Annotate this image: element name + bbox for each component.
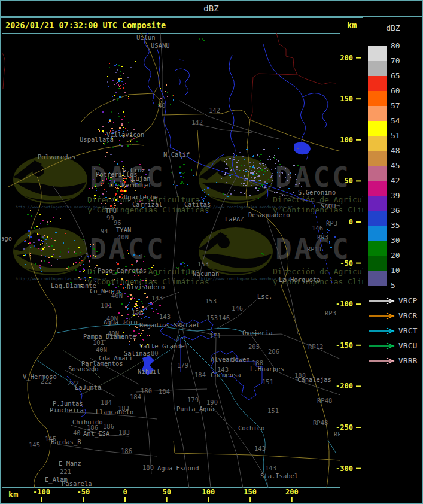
radar-echo: [102, 126, 104, 127]
radar-echo: [75, 253, 77, 254]
radar-echo: [47, 221, 48, 223]
x-axis: -100-50050100150200: [33, 488, 298, 502]
radar-echo: [125, 287, 126, 288]
map-label: Agua_Toro: [104, 318, 138, 326]
radar-echo: [42, 220, 44, 221]
vector-arrow-icon: [369, 343, 394, 349]
radar-echo: [268, 179, 269, 180]
radar-echo: [182, 262, 184, 263]
radar-echo: [293, 165, 295, 166]
radar-echo: [127, 145, 129, 147]
radar-echo: [216, 182, 217, 183]
map-label: Regadios_SRafael: [139, 321, 200, 329]
radar-echo: [114, 181, 115, 183]
radar-echo: [34, 227, 35, 229]
radar-echo: [53, 249, 55, 250]
radar-echo: [90, 272, 92, 273]
map-label: 80: [151, 350, 159, 357]
radar-echo: [114, 279, 115, 280]
radar-echo: [227, 168, 228, 169]
radar-echo: [55, 232, 57, 233]
radar-echo: [123, 73, 124, 74]
radar-echo: [110, 178, 112, 180]
radar-echo: [148, 169, 150, 171]
map-tan-path: [281, 286, 329, 488]
radar-echo: [39, 265, 41, 266]
radar-echo: [244, 175, 245, 177]
radar-echo: [118, 201, 119, 202]
radar-echo: [202, 38, 203, 40]
radar-echo: [78, 277, 80, 278]
radar-echo: [279, 175, 280, 177]
radar-echo: [134, 275, 135, 276]
radar-echo: [226, 163, 227, 165]
radar-echo: [136, 141, 138, 142]
scale-value: 65: [391, 71, 400, 80]
radar-echo: [334, 236, 336, 238]
radar-echo: [300, 168, 301, 169]
map-label: Carrizal: [132, 201, 163, 208]
radar-echo: [102, 194, 103, 195]
radar-echo: [140, 335, 141, 336]
radar-echo: [51, 256, 53, 257]
radar-echo: [127, 250, 128, 251]
map-label: S.Geronimo: [298, 189, 336, 196]
radar-echo: [113, 122, 114, 123]
radar-echo: [136, 301, 138, 302]
radar-echo: [117, 190, 118, 192]
radar-echo: [94, 168, 95, 169]
radar-echo: [44, 247, 45, 248]
scale-swatch: [368, 106, 387, 121]
radar-echo: [145, 308, 147, 309]
radar-echo: [118, 88, 119, 89]
radar-echo: [262, 186, 263, 187]
radar-echo: [41, 255, 42, 256]
radar-echo: [118, 185, 120, 186]
scale-swatch: [368, 61, 387, 76]
radar-echo: [138, 316, 139, 317]
radar-echo: [60, 251, 61, 253]
radar-echo: [42, 248, 44, 250]
radar-echo: [103, 180, 104, 181]
radar-echo: [114, 180, 115, 181]
radar-echo: [118, 312, 120, 314]
radar-echo: [124, 293, 126, 294]
radar-echo: [123, 111, 124, 113]
radar-echo: [270, 159, 271, 160]
radar-echo: [142, 306, 144, 308]
y-tick-label: 0: [349, 218, 353, 226]
y-tick-label: 50: [345, 177, 353, 185]
map-label: Alvear: [211, 356, 233, 363]
radar-echo: [254, 177, 256, 178]
radar-echo: [68, 266, 69, 268]
map-river-path: [303, 93, 328, 128]
scale-value: 36: [391, 206, 400, 215]
radar-echo: [242, 156, 244, 157]
radar-echo: [42, 243, 43, 244]
scale-swatch: [368, 241, 387, 256]
radar-echo: [266, 167, 267, 168]
radar-echo: [278, 148, 279, 149]
radar-echo: [114, 65, 116, 66]
radar-echo: [132, 265, 133, 266]
radar-echo: [38, 239, 40, 241]
radar-echo: [120, 88, 121, 89]
map-label: 146: [218, 314, 230, 321]
radar-echo: [191, 169, 192, 171]
radar-echo: [243, 170, 244, 171]
radar-echo: [95, 267, 96, 268]
radar-echo: [254, 174, 255, 175]
radar-echo: [188, 269, 190, 270]
radar-echo: [264, 181, 266, 183]
radar-echo: [139, 164, 141, 165]
vector-label: VBBB: [398, 356, 417, 365]
radar-echo: [126, 179, 127, 180]
radar-echo: [243, 183, 245, 184]
radar-echo: [130, 294, 132, 296]
radar-echo: [143, 261, 144, 262]
radar-echo: [236, 162, 238, 163]
radar-echo: [40, 268, 41, 269]
map-label: Bardas_B: [51, 438, 81, 446]
radar-echo: [123, 256, 124, 257]
radar-echo: [160, 88, 161, 89]
